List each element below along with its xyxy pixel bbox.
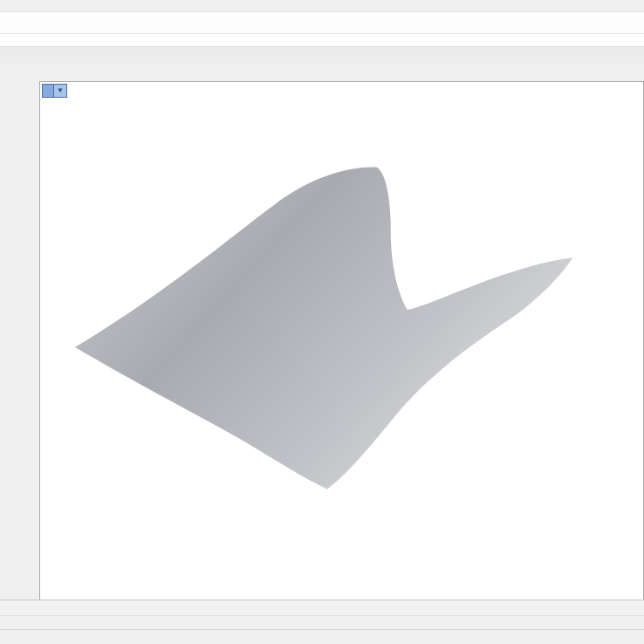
menu-bar (0, 0, 644, 11)
viewport-title[interactable]: ▼ (42, 84, 67, 98)
shadow-surface[interactable] (75, 168, 572, 490)
left-tool-sidebar (0, 81, 39, 600)
viewport-tab-bar (0, 599, 644, 616)
toolbar-tab-bar (0, 46, 644, 64)
command-history-line-2 (0, 23, 644, 33)
viewport-3d-scene[interactable] (40, 82, 643, 599)
viewport-title-dropdown-icon[interactable]: ▼ (54, 84, 67, 98)
osnap-bar (0, 615, 644, 630)
viewport-title-label[interactable] (42, 84, 54, 98)
main-area: ▼ (0, 81, 644, 600)
command-history-line-1 (0, 12, 644, 23)
command-history-area[interactable] (0, 11, 644, 33)
command-prompt-input[interactable] (0, 33, 644, 46)
perspective-viewport[interactable]: ▼ (39, 81, 644, 600)
rhino-application-window: { "menu": { "items": ["File","Edit","Vie… (0, 0, 644, 644)
status-bar (0, 629, 644, 644)
